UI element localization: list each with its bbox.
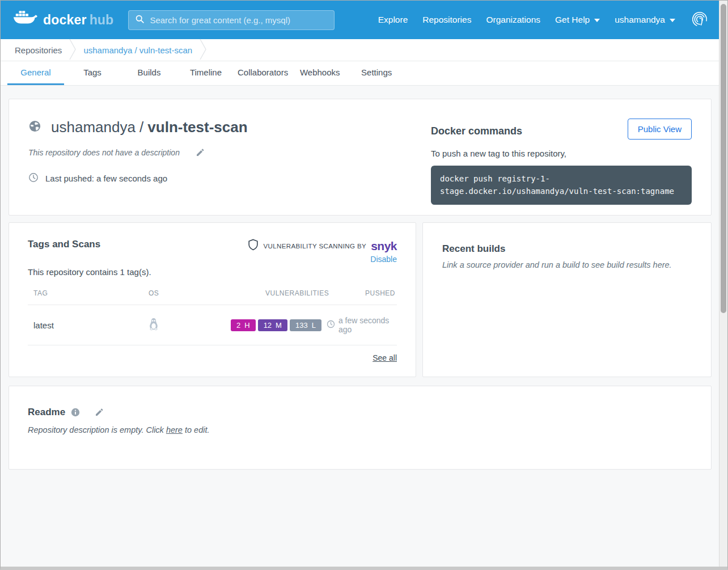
app-window: dockerhub Explore Repositories Organizat… — [0, 0, 728, 570]
col-header-vulnerabilities: VULNERABILITIES — [265, 289, 365, 297]
clock-icon — [28, 172, 39, 184]
tags-and-scans-card: Tags and Scans VULNERABILITY SCANNING BY… — [9, 222, 416, 377]
docker-commands-title: Docker commands — [431, 125, 522, 137]
medium-severity-badge[interactable]: 12M — [258, 319, 287, 331]
docker-hub-logo[interactable]: dockerhub — [13, 10, 113, 30]
tab-collaborators[interactable]: Collaborators — [234, 61, 291, 85]
search-icon — [135, 14, 145, 26]
recent-builds-empty-message: Link a source provider and run a build t… — [442, 260, 692, 269]
global-search — [128, 10, 335, 30]
tags-table: TAG OS VULNERABILITIES PUSHED latest — [28, 289, 397, 363]
navbar-links: Explore Repositories Organizations Get H… — [378, 10, 710, 30]
repo-overview-card: ushamandya /vuln-test-scan This reposito… — [9, 99, 712, 216]
high-severity-badge[interactable]: 2H — [231, 319, 256, 331]
fingerprint-icon — [690, 10, 709, 29]
info-icon[interactable] — [71, 408, 80, 417]
docker-push-command: docker push registry-1-stage.docker.io/u… — [431, 166, 692, 205]
breadcrumb: Repositories ushamandya / vuln-test-scan — [1, 39, 727, 61]
tags-scans-title: Tags and Scans — [28, 239, 100, 250]
tags-table-header: TAG OS VULNERABILITIES PUSHED — [28, 289, 397, 305]
nav-link-repositories[interactable]: Repositories — [422, 15, 471, 25]
breadcrumb-chevron-icon — [69, 39, 76, 62]
page-title: ushamandya /vuln-test-scan — [51, 119, 248, 136]
nav-link-explore[interactable]: Explore — [378, 15, 408, 25]
readme-card: Readme Repository description is empty. … — [9, 386, 712, 470]
page-content: ushamandya /vuln-test-scan This reposito… — [9, 99, 712, 470]
tab-settings[interactable]: Settings — [348, 61, 405, 85]
breadcrumb-repositories[interactable]: Repositories — [15, 45, 62, 55]
tab-webhooks[interactable]: Webhooks — [291, 61, 348, 85]
nav-link-organizations[interactable]: Organizations — [486, 15, 540, 25]
repo-description: This repository does not have a descript… — [28, 148, 180, 157]
repo-info: ushamandya /vuln-test-scan This reposito… — [28, 119, 248, 215]
tab-general[interactable]: General — [7, 61, 64, 85]
user-menu[interactable]: ushamandya — [615, 15, 675, 25]
edit-description-pencil-icon[interactable] — [196, 148, 205, 157]
public-view-button[interactable]: Public View — [628, 119, 692, 140]
clock-icon — [327, 320, 335, 330]
disable-scanning-link[interactable]: Disable — [370, 255, 397, 264]
vuln-scanning-by-label: VULNERABILITY SCANNING BY — [263, 243, 366, 250]
see-all-link[interactable]: See all — [373, 353, 397, 362]
docker-whale-icon — [13, 10, 38, 30]
tag-count-summary: This repository contains 1 tag(s). — [28, 267, 397, 277]
repo-tab-bar: General Tags Builds Timeline Collaborato… — [1, 61, 727, 86]
readme-title: Readme — [28, 407, 65, 418]
push-instruction: To push a new tag to this repository, — [431, 149, 692, 158]
tag-pushed-time: a few seconds ago — [338, 316, 391, 334]
breadcrumb-chevron-icon — [200, 39, 206, 62]
readme-empty-message: Repository description is empty. Click h… — [28, 425, 692, 434]
top-navbar: dockerhub Explore Repositories Organizat… — [1, 1, 727, 39]
brand-text: dockerhub — [43, 12, 113, 28]
tab-tags[interactable]: Tags — [64, 61, 121, 85]
linux-tux-icon — [149, 318, 231, 333]
scrollbar-thumb[interactable] — [721, 4, 726, 313]
avatar[interactable] — [690, 10, 710, 30]
tag-name-link[interactable]: latest — [33, 320, 149, 330]
col-header-tag: TAG — [33, 289, 149, 297]
col-header-os: OS — [149, 289, 265, 297]
last-pushed-text: Last pushed: a few seconds ago — [45, 174, 167, 183]
tab-timeline[interactable]: Timeline — [177, 61, 234, 85]
recent-builds-card: Recent builds Link a source provider and… — [422, 222, 712, 377]
search-input[interactable] — [150, 15, 328, 25]
edit-readme-pencil-icon[interactable] — [95, 408, 104, 417]
username-label: ushamandya — [615, 15, 665, 25]
chevron-down-icon — [670, 19, 675, 22]
vulnerability-badges: 2H 12M 133L — [231, 319, 321, 331]
edit-here-link[interactable]: here — [166, 425, 183, 434]
chevron-down-icon — [594, 19, 600, 22]
shield-icon — [248, 239, 259, 253]
tab-builds[interactable]: Builds — [121, 61, 177, 85]
table-row: latest — [28, 305, 397, 345]
col-header-pushed: PUSHED — [365, 289, 395, 297]
breadcrumb-current-repo[interactable]: ushamandya / vuln-test-scan — [83, 45, 192, 55]
globe-icon — [28, 120, 41, 135]
snyk-logo: snyk — [371, 240, 397, 252]
recent-builds-title: Recent builds — [442, 243, 692, 255]
docker-commands-panel: Docker commands Public View To push a ne… — [431, 119, 692, 215]
get-help-menu[interactable]: Get Help — [555, 15, 600, 25]
vertical-scrollbar[interactable] — [719, 1, 727, 567]
low-severity-badge[interactable]: 133L — [290, 319, 321, 331]
